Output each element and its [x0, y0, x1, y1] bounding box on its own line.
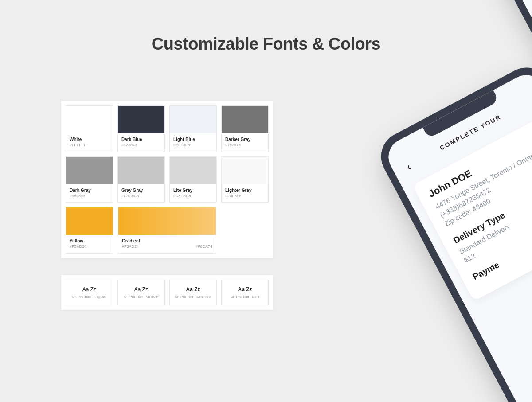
color-swatch: Dark Blue#323643	[117, 105, 165, 152]
page-title: Customizable Fonts & Colors	[0, 35, 532, 54]
font-card: Aa ZzSF Pro Text - Regular	[66, 280, 113, 305]
color-swatch: Lighter Gray#F8F8F8	[221, 156, 269, 203]
swatch-hex: #F5AD24	[70, 244, 110, 250]
swatch-label: Dark Gray	[70, 187, 109, 193]
swatch-yellow: Yellow #F5AD24	[66, 207, 113, 254]
color-swatch: Dark Gray#989898	[66, 156, 113, 203]
swatch-label: Lite Gray	[173, 187, 213, 193]
font-card: Aa ZzSF Pro Text - Medium	[117, 280, 165, 305]
font-name: SF Pro Text - Medium	[124, 295, 158, 299]
swatch-label: Gray Gray	[121, 187, 161, 193]
swatch-hex: #EFF3F8	[173, 143, 213, 148]
color-swatch: Lite Gray#D8D8D8	[169, 156, 217, 203]
phone-mockup-main: ‹ COMPLETE YOUR John DOE 4476 Yonge Stre…	[372, 21, 532, 402]
swatch-hex: #F5AD24	[122, 244, 140, 250]
color-swatch: Light Blue#EFF3F8	[169, 105, 217, 152]
swatch-label: Lighter Gray	[225, 187, 265, 193]
font-card: Aa ZzSF Pro Text - Bold	[221, 280, 269, 305]
order-card: John DOE 4476 Yonge Street, Toronto / On…	[412, 114, 532, 301]
swatch-hex: #D8D8D8	[173, 194, 213, 199]
color-swatch: White#FFFFFF	[66, 105, 113, 152]
swatch-hex: #757575	[225, 143, 265, 148]
font-name: SF Pro Text - Semibold	[175, 295, 211, 299]
font-sample: Aa Zz	[186, 286, 200, 293]
font-sample: Aa Zz	[134, 286, 148, 293]
swatch-label: Darker Gray	[225, 137, 265, 142]
swatch-label: Gradient	[122, 238, 140, 244]
font-sample: Aa Zz	[82, 286, 96, 293]
font-name: SF Pro Text - Regular	[72, 295, 106, 299]
swatch-label: White	[70, 137, 109, 142]
swatch-label: Light Blue	[173, 137, 213, 142]
swatch-hex: #989898	[70, 194, 109, 199]
colors-panel: White#FFFFFFDark Blue#323643Light Blue#E…	[61, 101, 273, 258]
font-card: Aa ZzSF Pro Text - Semibold	[169, 280, 217, 305]
swatch-label: Dark Blue	[121, 137, 161, 142]
swatch-hex: #323643	[121, 143, 161, 148]
swatch-label: Yellow	[70, 238, 110, 244]
swatch-hex: #F8F8F8	[225, 194, 265, 199]
swatch-hex: #F8CA74	[196, 244, 212, 249]
font-sample: Aa Zz	[238, 286, 252, 293]
fonts-panel: Aa ZzSF Pro Text - RegularAa ZzSF Pro Te…	[61, 275, 273, 310]
color-swatch: Darker Gray#757575	[221, 105, 269, 152]
swatch-gradient: Gradient #F5AD24 #F8CA74	[118, 207, 216, 254]
swatch-hex: #FFFFFF	[70, 143, 109, 148]
swatch-hex: #C6C6C6	[121, 194, 161, 199]
font-name: SF Pro Text - Bold	[231, 295, 259, 299]
color-swatch: Gray Gray#C6C6C6	[117, 156, 165, 203]
